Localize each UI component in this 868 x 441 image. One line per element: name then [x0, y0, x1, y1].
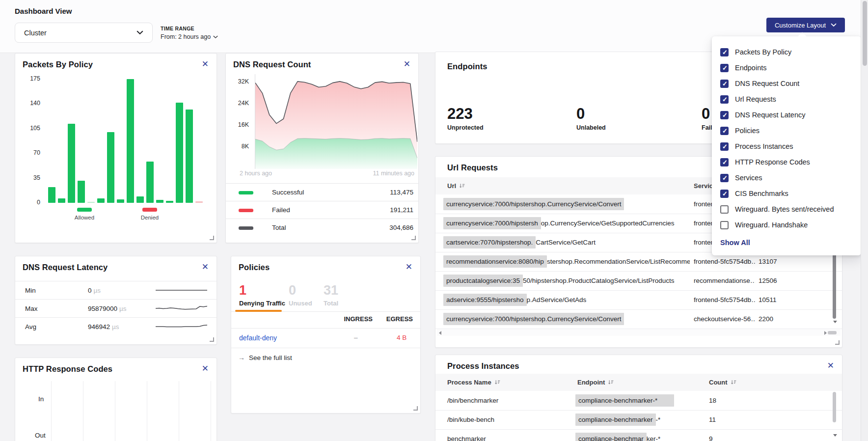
- resize-handle-icon[interactable]: [835, 340, 840, 345]
- legend-row-failed: Failed 191,211: [226, 201, 418, 219]
- close-icon[interactable]: ✕: [827, 361, 834, 370]
- resize-handle-icon[interactable]: [413, 406, 418, 411]
- arrow-right-icon: →: [238, 354, 245, 361]
- panel-title: Endpoints: [447, 62, 488, 71]
- tab-unused[interactable]: Unused: [289, 300, 312, 307]
- max-sparkline: [156, 304, 207, 313]
- legend-item-denied: Denied: [133, 208, 167, 220]
- view-selector-value: Cluster: [24, 29, 47, 37]
- column-header-endpoint[interactable]: Endpoint: [577, 374, 614, 391]
- menu-item-process-instances[interactable]: Process Instances: [712, 138, 861, 154]
- menu-item-packets-by-policy[interactable]: Packets By Policy: [712, 44, 861, 60]
- table-row[interactable]: /bin/kube-bench compliance-benchmarker-*…: [435, 410, 842, 430]
- column-header-ingress: INGRESS: [336, 315, 373, 323]
- view-selector[interactable]: Cluster: [15, 23, 153, 43]
- sort-icon: [731, 379, 737, 386]
- legend-row-successful: Successful 113,475: [226, 183, 418, 201]
- menu-item-services[interactable]: Services: [712, 170, 861, 186]
- column-header-url[interactable]: Url: [447, 177, 465, 194]
- panel-dns-request-count: DNS Request Count ✕ 32K 24K 16K 8K 2 hou…: [225, 53, 419, 243]
- table-row[interactable]: currencyservice:7000/hipstershop.Currenc…: [435, 309, 842, 329]
- dns-area-chart: [255, 74, 417, 169]
- scroll-down-icon[interactable]: [833, 434, 837, 437]
- scroll-left-icon[interactable]: [439, 331, 441, 335]
- y-tick: 105: [24, 125, 40, 132]
- policy-egress-value: 4 B: [397, 334, 407, 341]
- checkbox-icon[interactable]: [720, 174, 729, 182]
- policy-name-link[interactable]: default-deny: [239, 334, 277, 342]
- menu-item-url-requests[interactable]: Url Requests: [712, 91, 861, 107]
- close-icon[interactable]: ✕: [404, 60, 410, 68]
- close-icon[interactable]: ✕: [406, 263, 412, 271]
- y-tick: 35: [24, 174, 40, 181]
- panel-policies: Policies ✕ 1 Denying Traffic 0 Unused 31…: [231, 256, 421, 413]
- horizontal-scrollbar-thumb[interactable]: [828, 331, 837, 334]
- menu-item-wireguard-handshake[interactable]: Wireguard. Handshake: [712, 217, 861, 233]
- checkbox-icon[interactable]: [720, 48, 729, 56]
- menu-item-endpoints[interactable]: Endpoints: [712, 60, 861, 76]
- checkbox-icon[interactable]: [720, 80, 729, 88]
- chevron-down-icon: [831, 23, 837, 27]
- divider: [231, 348, 420, 348]
- successful-swatch-icon: [239, 191, 253, 194]
- unused-count: 0: [289, 284, 296, 297]
- close-icon[interactable]: ✕: [202, 263, 209, 271]
- checkbox-icon[interactable]: [720, 127, 729, 135]
- menu-item-http-response-codes[interactable]: HTTP Response Codes: [712, 154, 861, 170]
- checkbox-icon[interactable]: [720, 111, 729, 119]
- page-scrollbar[interactable]: [861, 0, 868, 441]
- panel-title: DNS Request Latency: [23, 263, 108, 272]
- panel-title: HTTP Response Codes: [23, 364, 112, 374]
- checkbox-icon[interactable]: [720, 158, 729, 166]
- column-header-process-name[interactable]: Process Name: [447, 374, 501, 391]
- tab-denying-traffic[interactable]: Denying Traffic: [239, 300, 285, 307]
- y-tick: 175: [24, 75, 40, 82]
- close-icon[interactable]: ✕: [202, 60, 209, 68]
- panel-title: DNS Request Count: [233, 60, 311, 69]
- menu-item-dns-request-count[interactable]: DNS Request Count: [712, 76, 861, 91]
- checkbox-icon[interactable]: [720, 64, 729, 72]
- show-all-link[interactable]: Show All: [712, 233, 861, 247]
- sort-icon: [459, 183, 465, 189]
- resize-handle-icon[interactable]: [210, 337, 214, 342]
- panel-title: Packets By Policy: [23, 60, 93, 69]
- checkbox-icon[interactable]: [720, 205, 729, 214]
- resize-handle-icon[interactable]: [210, 236, 214, 240]
- chart-gridlines: [51, 381, 213, 441]
- checkbox-icon[interactable]: [720, 221, 729, 229]
- x-axis-start-label: 2 hours ago: [240, 170, 272, 177]
- policy-ingress-value: –: [354, 334, 358, 341]
- customize-layout-button[interactable]: Customize Layout: [766, 18, 845, 32]
- divider: [231, 328, 420, 329]
- close-icon[interactable]: ✕: [202, 364, 209, 373]
- menu-item-dns-request-latency[interactable]: DNS Request Latency: [712, 107, 861, 123]
- checkbox-icon[interactable]: [720, 190, 729, 198]
- column-header-count[interactable]: Count: [709, 374, 737, 391]
- table-row[interactable]: productcatalogservice:3550/hipstershop.P…: [435, 271, 842, 291]
- time-range-value[interactable]: From: 2 hours ago: [161, 33, 218, 40]
- menu-item-cis-benchmarks[interactable]: CIS Benchmarks: [712, 186, 861, 201]
- y-tick: 70: [24, 149, 40, 156]
- table-row[interactable]: adservice:9555/hipstershop.AdService/Get…: [435, 290, 842, 310]
- row-label-in: In: [38, 395, 44, 403]
- menu-item-wireguard-bytes[interactable]: Wireguard. Bytes sent/received: [712, 201, 861, 217]
- menu-item-policies[interactable]: Policies: [712, 123, 861, 138]
- scroll-right-icon[interactable]: [824, 331, 827, 335]
- checkbox-icon[interactable]: [720, 95, 729, 104]
- table-row[interactable]: /bin/benchmarker compliance-benchmarker-…: [435, 391, 842, 411]
- vertical-scrollbar-thumb[interactable]: [833, 392, 836, 422]
- latency-row-max: Max 95879000µs: [15, 299, 217, 318]
- horizontal-scrollbar[interactable]: [437, 329, 841, 336]
- checkbox-icon[interactable]: [720, 142, 729, 151]
- scroll-down-icon[interactable]: [833, 321, 837, 323]
- panel-process-instances: Process Instances ✕ Process Name Endpoin…: [435, 355, 842, 441]
- total-swatch-icon: [239, 226, 253, 230]
- tab-total[interactable]: Total: [324, 300, 338, 307]
- table-row[interactable]: benchmarker compliance-benchmarker-* 9: [435, 429, 842, 441]
- page-scrollbar-thumb[interactable]: [863, 1, 867, 66]
- y-tick: 24K: [232, 100, 249, 107]
- resize-handle-icon[interactable]: [411, 236, 416, 240]
- row-label-out: Out: [35, 432, 46, 439]
- panel-http-response-codes: HTTP Response Codes ✕ In Out: [15, 358, 217, 441]
- see-full-list-link[interactable]: → See the full list: [238, 354, 292, 361]
